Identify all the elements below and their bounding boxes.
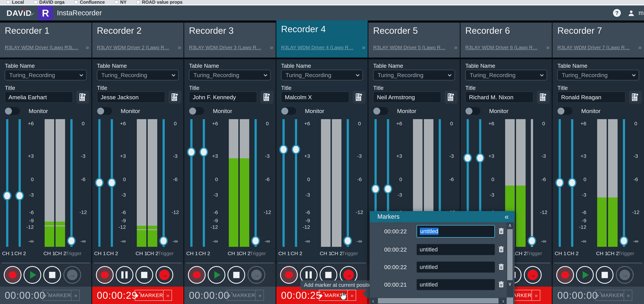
driver-link[interactable]: R3LAY WDM Driver 7 (Lawo R… bbox=[557, 45, 636, 50]
next-take-button[interactable]: → bbox=[616, 266, 634, 284]
marker-name-input[interactable]: untitled bbox=[416, 279, 495, 290]
horizontal-scrollbar[interactable]: ‹ › bbox=[370, 298, 507, 304]
expand-driver-icon[interactable]: » bbox=[638, 44, 641, 51]
horizontal-scrollbar-thumb[interactable] bbox=[378, 298, 498, 304]
marker-button[interactable]: ◆+MARKER» bbox=[319, 290, 356, 301]
next-take-button[interactable]: → bbox=[156, 266, 173, 284]
marker-name-input[interactable]: untitled bbox=[416, 244, 495, 255]
driver-link[interactable]: R3LAY WDM Driver 5 (Lawo R… bbox=[373, 45, 452, 50]
browse-titles-button[interactable] bbox=[260, 91, 274, 104]
stop-button[interactable] bbox=[228, 266, 245, 284]
browse-titles-button[interactable] bbox=[537, 91, 550, 104]
table-name-select[interactable]: Turing_Recording bbox=[465, 70, 547, 80]
fader-track-ch1[interactable] bbox=[190, 119, 192, 247]
bookmark-item[interactable]: Local bbox=[6, 0, 24, 4]
title-input[interactable] bbox=[373, 92, 441, 103]
title-input[interactable] bbox=[465, 92, 534, 103]
driver-link[interactable]: R3LAY WDM Driver 2 (Lawo R… bbox=[97, 45, 176, 50]
recorder-header-card[interactable]: Recorder 7R3LAY WDM Driver 7 (Lawo R…» bbox=[552, 23, 644, 57]
trigger-track[interactable] bbox=[254, 119, 257, 247]
marker-list-expand-icon[interactable]: » bbox=[348, 290, 356, 301]
stop-button[interactable] bbox=[136, 266, 153, 284]
expand-driver-icon[interactable]: » bbox=[270, 44, 272, 51]
marker-name-input[interactable]: untitled bbox=[416, 262, 495, 273]
bookmark-item[interactable]: NY bbox=[115, 0, 127, 4]
marker-list-expand-icon[interactable]: » bbox=[163, 290, 172, 301]
table-name-select[interactable]: Turing_Recording bbox=[5, 70, 86, 80]
delete-marker-button[interactable] bbox=[498, 281, 504, 289]
browse-titles-button[interactable] bbox=[445, 91, 458, 104]
marker-list-expand-icon[interactable]: » bbox=[532, 290, 540, 301]
marker-button[interactable]: ◆+MARKER» bbox=[595, 290, 632, 301]
vertical-scrollbar-thumb[interactable] bbox=[507, 229, 513, 280]
help-icon[interactable]: ? bbox=[613, 9, 621, 17]
marker-name-input[interactable]: untitled bbox=[416, 225, 495, 238]
scroll-right-icon[interactable]: › bbox=[500, 298, 507, 304]
browse-titles-button[interactable] bbox=[168, 91, 182, 104]
marker-button[interactable]: ◆+MARKER» bbox=[227, 290, 264, 301]
delete-marker-button[interactable] bbox=[498, 228, 504, 235]
trigger-knob[interactable] bbox=[251, 236, 260, 246]
trigger-track[interactable] bbox=[70, 119, 72, 247]
marker-button[interactable]: ◆+MARKER» bbox=[135, 290, 172, 301]
fader-knob-ch2[interactable] bbox=[292, 145, 300, 154]
fader-track-ch1[interactable] bbox=[6, 119, 8, 247]
driver-link[interactable]: R3LAY WDM Driver 6 (Lawo R… bbox=[465, 45, 544, 50]
next-take-button[interactable]: → bbox=[64, 266, 81, 284]
bookmark-item[interactable]: ROAD value props bbox=[136, 0, 183, 4]
next-take-button[interactable]: → bbox=[524, 266, 542, 284]
record-button[interactable] bbox=[556, 266, 574, 284]
delete-marker-button[interactable] bbox=[498, 264, 504, 271]
collapse-popup-icon[interactable]: « bbox=[505, 212, 509, 221]
driver-link[interactable]: R3LAY WDM Driver 3 (Lawo R… bbox=[189, 45, 268, 50]
marker-button[interactable]: ◆+MARKER» bbox=[42, 290, 80, 301]
table-name-select[interactable]: Turing_Recording bbox=[281, 70, 363, 80]
title-input[interactable] bbox=[281, 92, 349, 103]
monitor-toggle[interactable] bbox=[281, 107, 296, 115]
expand-driver-icon[interactable]: » bbox=[86, 44, 88, 51]
table-name-select[interactable]: Turing_Recording bbox=[189, 70, 271, 80]
next-take-button[interactable]: → bbox=[248, 266, 265, 284]
bookmark-item[interactable]: DAVID orga bbox=[34, 0, 64, 4]
user-icon[interactable] bbox=[627, 9, 635, 18]
expand-driver-icon[interactable]: » bbox=[546, 44, 549, 51]
scroll-down-icon[interactable]: ∨ bbox=[507, 281, 513, 287]
record-button[interactable] bbox=[188, 266, 206, 284]
title-input[interactable] bbox=[97, 92, 165, 103]
play-button[interactable] bbox=[576, 266, 594, 284]
table-name-select[interactable]: Turing_Recording bbox=[373, 70, 455, 80]
stop-button[interactable] bbox=[43, 266, 61, 284]
trigger-track[interactable] bbox=[623, 119, 625, 247]
expand-driver-icon[interactable]: » bbox=[454, 44, 457, 51]
trigger-track[interactable] bbox=[162, 119, 165, 247]
trigger-track[interactable] bbox=[347, 119, 349, 247]
trigger-knob[interactable] bbox=[344, 236, 352, 246]
driver-link[interactable]: R3LAY WDM Driver 4 (Lawo R… bbox=[281, 45, 360, 50]
fader-knob-ch1[interactable] bbox=[187, 147, 196, 157]
scroll-up-icon[interactable]: ∧ bbox=[507, 222, 513, 228]
driver-link[interactable]: R3LAY WDM Driver (Lawo R3L… bbox=[5, 45, 84, 50]
trigger-knob[interactable] bbox=[67, 236, 76, 246]
record-button[interactable] bbox=[280, 266, 298, 284]
marker-list-expand-icon[interactable]: » bbox=[624, 290, 632, 301]
marker-list-expand-icon[interactable]: » bbox=[256, 290, 264, 301]
david-brand-logo[interactable]: DAVıD bbox=[6, 5, 32, 20]
user-menu-text[interactable]: m bbox=[638, 5, 644, 20]
recorder-header-card[interactable]: Recorder 2R3LAY WDM Driver 2 (Lawo R…» bbox=[92, 23, 184, 57]
table-name-select[interactable]: Turing_Recording bbox=[557, 70, 639, 80]
marker-list-expand-icon[interactable]: » bbox=[71, 290, 80, 301]
title-input[interactable] bbox=[189, 92, 257, 103]
fader-knob-ch1[interactable] bbox=[95, 178, 104, 187]
table-name-select[interactable]: Turing_Recording bbox=[97, 70, 179, 80]
play-button[interactable] bbox=[208, 266, 226, 284]
monitor-toggle[interactable] bbox=[373, 107, 388, 115]
browse-titles-button[interactable] bbox=[76, 91, 89, 104]
expand-driver-icon[interactable]: » bbox=[178, 44, 180, 51]
vertical-scrollbar[interactable]: ∧ ∨ bbox=[507, 222, 513, 297]
expand-driver-icon[interactable]: » bbox=[362, 44, 364, 51]
delete-marker-button[interactable] bbox=[498, 246, 504, 254]
play-button[interactable] bbox=[24, 266, 41, 284]
recorder-header-card[interactable]: Recorder 5R3LAY WDM Driver 5 (Lawo R…» bbox=[368, 23, 460, 57]
browse-titles-button[interactable] bbox=[353, 91, 366, 104]
recorder-header-card[interactable]: Recorder 4R3LAY WDM Driver 4 (Lawo R…» bbox=[276, 20, 368, 57]
